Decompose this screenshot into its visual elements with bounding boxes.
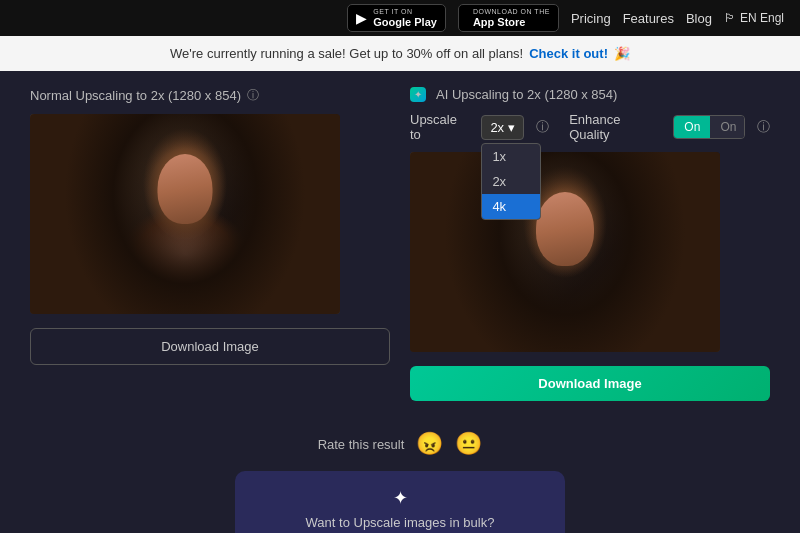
sale-text: We're currently running a sale! Get up t… <box>170 46 523 61</box>
upscale-dropdown-menu: 1x 2x 4k <box>481 143 541 220</box>
ai-portrait-face <box>536 192 594 266</box>
upscale-value: 2x <box>490 120 504 135</box>
sale-link[interactable]: Check it out! <box>529 46 608 61</box>
normal-portrait-background <box>30 114 340 314</box>
sale-banner: We're currently running a sale! Get up t… <box>0 36 800 71</box>
upscale-label: Upscale to <box>410 112 469 142</box>
bulk-banner: ✦ Want to Upscale images in bulk? Sign u… <box>235 471 565 533</box>
enhance-label: Enhance Quality <box>569 112 661 142</box>
ai-download-button[interactable]: Download Image <box>410 366 770 401</box>
upscale-option-1x[interactable]: 1x <box>482 144 540 169</box>
ai-upscale-panel: ✦ AI Upscaling to 2x (1280 x 854) Upscal… <box>410 87 770 401</box>
upscale-info-button[interactable]: ⓘ <box>536 118 549 136</box>
main-content: Normal Upscaling to 2x (1280 x 854) ⓘ Do… <box>0 71 800 417</box>
upscale-option-4k[interactable]: 4k <box>482 194 540 219</box>
normal-info-icon[interactable]: ⓘ <box>247 87 259 104</box>
rating-angry-button[interactable]: 😠 <box>416 431 443 457</box>
blog-link[interactable]: Blog <box>686 11 712 26</box>
google-play-name: Google Play <box>373 16 437 28</box>
google-play-get-it: GET IT ON <box>373 8 437 16</box>
chevron-down-icon: ▾ <box>508 120 515 135</box>
pricing-link[interactable]: Pricing <box>571 11 611 26</box>
normal-upscale-panel: Normal Upscaling to 2x (1280 x 854) ⓘ Do… <box>30 87 390 401</box>
app-store-button[interactable]: Download on the App Store <box>458 4 559 32</box>
normal-portrait-face <box>158 154 213 224</box>
lang-label: EN Engl <box>740 11 784 25</box>
flag-icon: 🏳 <box>724 11 736 25</box>
rating-label: Rate this result <box>318 437 405 452</box>
features-link[interactable]: Features <box>623 11 674 26</box>
bulk-icon: ✦ <box>251 487 549 509</box>
ai-image <box>410 152 720 352</box>
google-play-icon: ▶ <box>356 10 367 26</box>
ai-badge: ✦ <box>410 87 426 102</box>
enhance-toggle: On On <box>673 115 745 139</box>
normal-download-button[interactable]: Download Image <box>30 328 390 365</box>
normal-title-text: Normal Upscaling to 2x (1280 x 854) <box>30 88 241 103</box>
normal-image <box>30 114 340 314</box>
bottom-section: Rate this result 😠 😐 ✦ Want to Upscale i… <box>0 417 800 533</box>
ai-portrait-background <box>410 152 720 352</box>
enhance-info-button[interactable]: ⓘ <box>757 118 770 136</box>
bulk-text: Want to Upscale images in bulk? <box>251 515 549 530</box>
rating-row: Rate this result 😠 😐 <box>318 431 483 457</box>
upscale-dropdown-button[interactable]: 2x ▾ <box>481 115 524 140</box>
ai-panel-title: ✦ AI Upscaling to 2x (1280 x 854) <box>410 87 770 102</box>
google-play-button[interactable]: ▶ GET IT ON Google Play <box>347 4 446 32</box>
language-selector[interactable]: 🏳 EN Engl <box>724 11 784 25</box>
enhance-toggle-on[interactable]: On <box>674 116 710 138</box>
upscale-option-2x[interactable]: 2x <box>482 169 540 194</box>
enhance-toggle-off[interactable]: On <box>710 116 745 138</box>
upscale-dropdown-wrapper: 2x ▾ 1x 2x 4k <box>481 115 524 140</box>
app-store-name: App Store <box>473 16 550 28</box>
sale-emoji: 🎉 <box>614 46 630 61</box>
app-store-download-on: Download on the <box>473 8 550 16</box>
rating-neutral-button[interactable]: 😐 <box>455 431 482 457</box>
normal-panel-title: Normal Upscaling to 2x (1280 x 854) ⓘ <box>30 87 390 104</box>
ai-title-text: AI Upscaling to 2x (1280 x 854) <box>436 87 617 102</box>
navigation: ▶ GET IT ON Google Play Download on the … <box>0 0 800 36</box>
controls-row: Upscale to 2x ▾ 1x 2x 4k ⓘ Enhance Quali… <box>410 112 770 142</box>
